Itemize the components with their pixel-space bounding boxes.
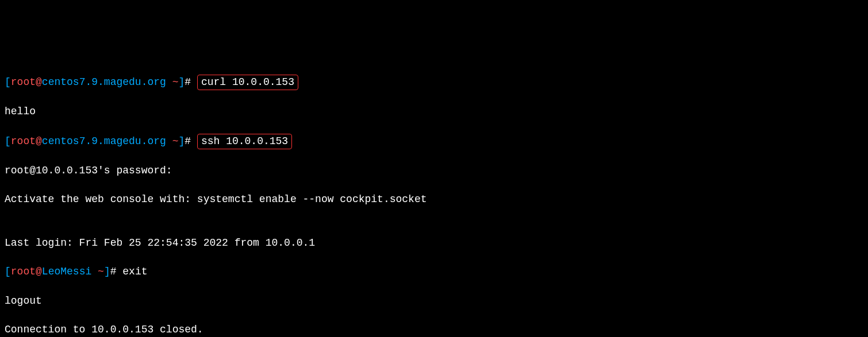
prompt-line-2: [root@centos7.9.magedu.org ~]# ssh 10.0.… bbox=[5, 134, 863, 149]
output-logout: logout bbox=[5, 294, 863, 308]
prompt-user: root bbox=[11, 76, 36, 88]
prompt-path: ~ bbox=[91, 266, 104, 277]
prompt-hash: # bbox=[185, 76, 191, 88]
terminal-output[interactable]: [root@centos7.9.magedu.org ~]# curl 10.0… bbox=[5, 60, 863, 337]
prompt-host-messi: LeoMessi bbox=[42, 266, 91, 277]
bracket-open: [ bbox=[5, 135, 11, 147]
command-curl: curl 10.0.0.153 bbox=[197, 75, 298, 90]
bracket-open: [ bbox=[5, 76, 11, 88]
prompt-user: root bbox=[11, 266, 36, 277]
bracket-close: ] bbox=[179, 76, 185, 88]
output-ssh-password: root@10.0.0.153's password: bbox=[5, 164, 863, 178]
prompt-at: @ bbox=[36, 76, 42, 88]
output-last-login: Last login: Fri Feb 25 22:54:35 2022 fro… bbox=[5, 236, 863, 250]
prompt-at: @ bbox=[36, 135, 42, 147]
prompt-host: centos7.9.magedu.org bbox=[42, 76, 166, 88]
output-closed: Connection to 10.0.0.153 closed. bbox=[5, 323, 863, 337]
prompt-user: root bbox=[11, 135, 36, 147]
prompt-path: ~ bbox=[166, 135, 179, 147]
command-ssh: ssh 10.0.0.153 bbox=[197, 134, 292, 149]
output-activate: Activate the web console with: systemctl… bbox=[5, 192, 863, 207]
bracket-close: ] bbox=[179, 135, 185, 147]
output-hello: hello bbox=[5, 104, 863, 119]
bracket-open: [ bbox=[5, 266, 11, 277]
prompt-hash: # bbox=[110, 266, 117, 277]
prompt-line-1: [root@centos7.9.magedu.org ~]# curl 10.0… bbox=[5, 75, 863, 90]
command-exit: exit bbox=[122, 266, 147, 277]
bracket-close: ] bbox=[104, 266, 110, 277]
prompt-line-messi: [root@LeoMessi ~]# exit bbox=[5, 265, 863, 279]
prompt-hash: # bbox=[185, 135, 191, 147]
prompt-at: @ bbox=[36, 266, 42, 277]
prompt-host: centos7.9.magedu.org bbox=[42, 135, 166, 147]
prompt-path: ~ bbox=[166, 76, 179, 88]
